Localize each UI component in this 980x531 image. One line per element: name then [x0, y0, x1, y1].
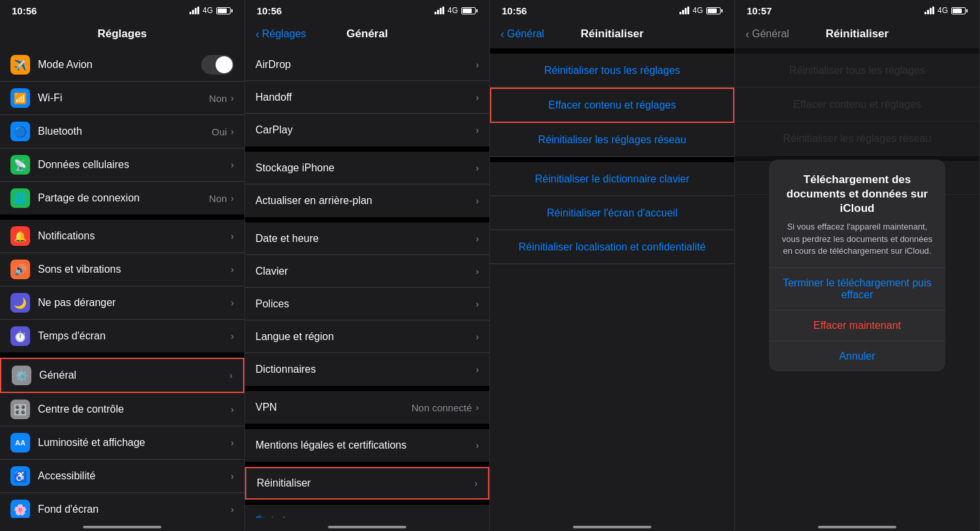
row-dictionaries[interactable]: Dictionnaires › [245, 353, 489, 386]
chevron-bgrefresh: › [476, 196, 479, 206]
row-notifications[interactable]: 🔔 Notifications › [0, 220, 244, 253]
row-airdrop[interactable]: AirDrop › [245, 48, 489, 81]
label-dictionaries: Dictionnaires [255, 364, 476, 375]
reset-localisation[interactable]: Réinitialiser localisation et confidenti… [490, 230, 734, 264]
panel-reglages: 10:56 4G Réglages ✈️ Mode Avion [0, 0, 245, 531]
label-bgrefresh: Actualiser en arrière-plan [255, 195, 476, 207]
time-3: 10:56 [502, 5, 527, 16]
row-keyboard[interactable]: Clavier › [245, 255, 489, 288]
chevron-control-center: › [231, 404, 234, 415]
signal-bars-1 [189, 7, 199, 14]
section-notifications: 🔔 Notifications › 🔊 Sons et vibrations ›… [0, 220, 244, 352]
label-reset-dict: Réinitialiser le dictionnaire clavier [535, 173, 690, 185]
toggle-mode-avion[interactable] [201, 55, 234, 75]
nav-header-2: ‹ Réglages Général [245, 20, 489, 48]
status-bar-3: 10:56 4G [490, 0, 734, 20]
row-sounds[interactable]: 🔊 Sons et vibrations › [0, 253, 244, 286]
chevron-dnd: › [231, 298, 234, 308]
row-legal[interactable]: Mentions légales et certifications › [245, 429, 489, 462]
bluetooth-icon: 🔵 [10, 122, 30, 141]
wifi-icon: 📶 [10, 88, 30, 108]
home-indicator-3 [490, 518, 734, 531]
nav-title-2: Général [346, 27, 387, 41]
wallpaper-icon: 🌸 [10, 500, 30, 518]
reset-ecran-accueil[interactable]: Réinitialiser l'écran d'accueil [490, 196, 734, 230]
spacer-r2 [490, 157, 734, 162]
cellular-icon: 📡 [10, 155, 30, 175]
spacer-g5 [245, 462, 489, 467]
control-center-icon: 🎛️ [10, 400, 30, 419]
nav-title-1: Réglages [97, 27, 147, 41]
row-eteindre[interactable]: Éteindre [245, 505, 489, 518]
row-bluetooth[interactable]: 🔵 Bluetooth Oui › [0, 115, 244, 148]
alert-btn-effacer[interactable]: Effacer maintenant [769, 311, 945, 341]
alert-content: Téléchargement des documents et données … [769, 160, 945, 267]
label-airdrop: AirDrop [255, 59, 476, 71]
chevron-hotspot: › [231, 193, 234, 203]
row-dnd[interactable]: 🌙 Ne pas déranger › [0, 286, 244, 320]
row-handoff[interactable]: Handoff › [245, 81, 489, 114]
reset-tous-reglages[interactable]: Réinitialiser tous les réglages [490, 54, 734, 88]
network-type-2: 4G [448, 6, 458, 15]
label-reset-local: Réinitialiser localisation et confidenti… [519, 241, 706, 253]
spacer-g1 [245, 146, 489, 152]
label-wallpaper: Fond d'écran [38, 504, 231, 515]
row-wallpaper[interactable]: 🌸 Fond d'écran › [0, 493, 244, 518]
label-legal: Mentions légales et certifications [255, 439, 476, 451]
back-button-3[interactable]: ‹ Général [500, 28, 544, 40]
row-general[interactable]: ⚙️ Général › [0, 358, 244, 393]
panel-general: 10:56 4G ‹ Réglages Général [245, 0, 490, 531]
label-mode-avion: Mode Avion [38, 59, 201, 71]
row-mode-avion[interactable]: ✈️ Mode Avion [0, 48, 244, 82]
alert-btn-annuler[interactable]: Annuler [769, 341, 945, 371]
battery-1 [216, 7, 233, 14]
row-control-center[interactable]: 🎛️ Centre de contrôle › [0, 393, 244, 426]
chevron-wallpaper: › [231, 504, 234, 515]
row-bgrefresh[interactable]: Actualiser en arrière-plan › [245, 184, 489, 217]
row-datetime[interactable]: Date et heure › [245, 222, 489, 255]
accessibility-icon: ♿ [10, 466, 30, 486]
panel-reinitialiser-alert: 10:57 4G ‹ Général Réinitialiser [735, 0, 980, 531]
chevron-display: › [231, 437, 234, 448]
alert-btn-terminer[interactable]: Terminer le téléchargement puis effacer [769, 268, 945, 311]
chevron-datetime: › [476, 233, 479, 244]
chevron-screentime: › [231, 331, 234, 341]
back-button-2[interactable]: ‹ Réglages [255, 28, 306, 40]
row-accessibility[interactable]: ♿ Accessibilité › [0, 460, 244, 493]
alert-message: Si vous effacez l'appareil maintenant, v… [779, 221, 935, 257]
row-wifi[interactable]: 📶 Wi-Fi Non › [0, 82, 244, 115]
row-screentime[interactable]: ⏱️ Temps d'écran › [0, 320, 244, 352]
row-fonts[interactable]: Polices › [245, 288, 489, 320]
status-icons-2: 4G [434, 6, 478, 15]
label-reset-reseau: Réinitialiser les réglages réseau [538, 134, 687, 146]
section-connectivity: ✈️ Mode Avion 📶 Wi-Fi Non › 🔵 Bluetooth … [0, 48, 244, 214]
section-storage-group: Stockage iPhone › Actualiser en arrière-… [245, 152, 489, 217]
label-fonts: Polices [255, 298, 476, 310]
label-reset-tous: Réinitialiser tous les réglages [544, 65, 680, 77]
chevron-wifi: › [231, 93, 234, 103]
chevron-airdrop: › [476, 60, 479, 70]
row-hotspot[interactable]: 🌐 Partage de connexion Non › [0, 182, 244, 214]
value-bluetooth: Oui [212, 126, 227, 137]
label-control-center: Centre de contrôle [38, 403, 231, 415]
section-legal-group: Mentions légales et certifications › [245, 429, 489, 462]
chevron-keyboard: › [476, 266, 479, 277]
row-storage[interactable]: Stockage iPhone › [245, 152, 489, 184]
row-reinitialiser[interactable]: Réinitialiser › [245, 467, 489, 500]
back-label-2: Réglages [262, 28, 306, 40]
row-display[interactable]: AA Luminosité et affichage › [0, 426, 244, 460]
row-cellular[interactable]: 📡 Données cellulaires › [0, 148, 244, 182]
reset-reglages-reseau[interactable]: Réinitialiser les réglages réseau [490, 123, 734, 157]
chevron-reinitialiser: › [474, 478, 478, 488]
row-carplay[interactable]: CarPlay › [245, 114, 489, 146]
network-type-3: 4G [693, 6, 703, 15]
label-screentime: Temps d'écran [38, 330, 231, 342]
label-storage: Stockage iPhone [255, 162, 476, 174]
row-language[interactable]: Langue et région › [245, 320, 489, 353]
reset-dictionnaire[interactable]: Réinitialiser le dictionnaire clavier [490, 162, 734, 196]
airplane-icon: ✈️ [10, 55, 30, 75]
section-airdrop-group: AirDrop › Handoff › CarPlay › [245, 48, 489, 146]
row-vpn[interactable]: VPN Non connecté › [245, 391, 489, 424]
home-indicator-1 [0, 518, 244, 531]
reset-effacer-contenu[interactable]: Effacer contenu et réglages [490, 88, 734, 123]
